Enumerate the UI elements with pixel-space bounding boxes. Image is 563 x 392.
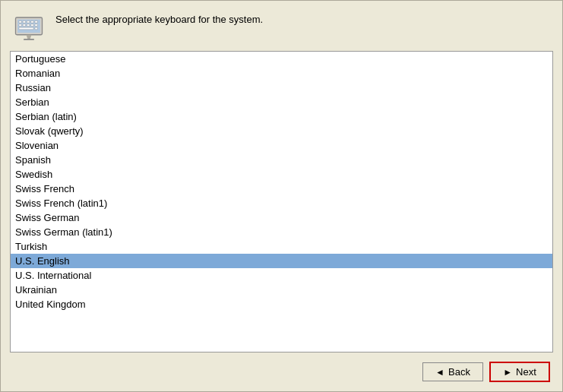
- svg-rect-8: [23, 24, 26, 27]
- next-button[interactable]: ► Next: [489, 362, 550, 382]
- svg-rect-15: [24, 39, 34, 40]
- next-icon: ►: [503, 367, 512, 378]
- back-button[interactable]: ◄ Back: [422, 362, 483, 381]
- svg-marker-14: [27, 35, 32, 39]
- svg-rect-3: [23, 21, 26, 23]
- list-item[interactable]: Swiss French: [11, 182, 552, 196]
- list-item[interactable]: Spanish: [11, 153, 552, 167]
- list-item[interactable]: Russian: [11, 81, 552, 95]
- svg-rect-7: [19, 24, 22, 27]
- svg-rect-2: [19, 21, 22, 23]
- svg-rect-5: [31, 21, 34, 23]
- svg-rect-12: [19, 27, 33, 30]
- svg-rect-11: [35, 24, 38, 27]
- list-item[interactable]: United Kingdom: [11, 297, 552, 311]
- header-text: Select the appropriate keyboard for the …: [55, 13, 263, 27]
- list-item[interactable]: U.S. English: [11, 254, 552, 268]
- list-item[interactable]: Romanian: [11, 66, 552, 81]
- list-item[interactable]: Serbian: [11, 95, 552, 109]
- list-item[interactable]: Turkish: [11, 239, 552, 254]
- svg-rect-10: [31, 24, 34, 27]
- list-item[interactable]: Swiss French (latin1): [11, 196, 552, 210]
- back-icon: ◄: [435, 367, 444, 378]
- svg-rect-6: [35, 21, 38, 23]
- list-item[interactable]: Slovak (qwerty): [11, 124, 552, 138]
- list-item[interactable]: U.S. International: [11, 268, 552, 283]
- keyboard-list[interactable]: PortugueseRomanianRussianSerbianSerbian …: [11, 52, 552, 352]
- list-item[interactable]: Swedish: [11, 167, 552, 182]
- list-item[interactable]: Portuguese: [11, 52, 552, 66]
- back-label: Back: [448, 366, 470, 378]
- list-item[interactable]: Slovenian: [11, 138, 552, 153]
- content-area: PortugueseRomanianRussianSerbianSerbian …: [1, 51, 562, 352]
- svg-rect-4: [27, 21, 30, 23]
- next-label: Next: [516, 366, 536, 378]
- footer: ◄ Back ► Next: [1, 352, 562, 391]
- list-item[interactable]: Swiss German: [11, 210, 552, 225]
- list-item[interactable]: Swiss German (latin1): [11, 225, 552, 239]
- svg-rect-9: [27, 24, 30, 27]
- list-container: PortugueseRomanianRussianSerbianSerbian …: [10, 51, 553, 352]
- keyboard-icon: [13, 14, 45, 42]
- svg-rect-13: [35, 27, 38, 30]
- header: Select the appropriate keyboard for the …: [1, 1, 562, 51]
- list-item[interactable]: Serbian (latin): [11, 109, 552, 124]
- list-item[interactable]: Ukrainian: [11, 283, 552, 297]
- keyboard-selection-window: Select the appropriate keyboard for the …: [0, 0, 563, 392]
